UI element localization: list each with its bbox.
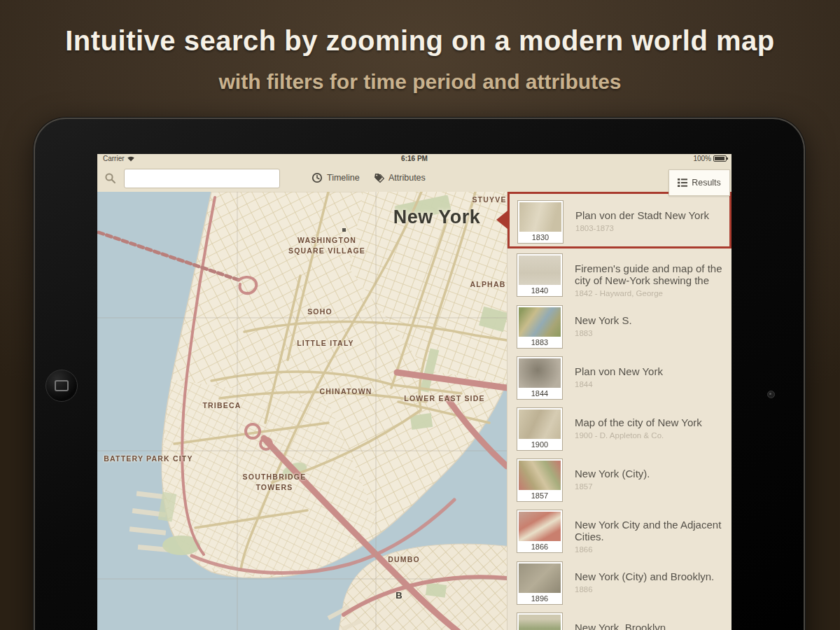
map-label-chinatown: CHINATOWN — [319, 387, 372, 396]
result-item[interactable]: 1883 New York S. 1883 — [507, 300, 732, 351]
tags-icon — [372, 173, 384, 183]
clock-time: 6:16 PM — [97, 155, 732, 162]
thumbnail-year-label: 1896 — [519, 593, 561, 604]
thumbnail-year-label: 1844 — [519, 388, 561, 399]
result-text: New York, Brooklyn. — [575, 612, 668, 630]
result-text: Plan von New York 1844 — [575, 356, 663, 400]
battery-percent: 100% — [693, 155, 711, 162]
result-thumbnail: 1866 — [517, 510, 563, 553]
result-subtitle: 1886 — [575, 585, 714, 594]
timeline-button[interactable]: Timeline — [312, 164, 360, 192]
result-item[interactable]: 1896 New York (City) and Brooklyn. 1886 — [507, 556, 732, 608]
result-text: Plan von der Stadt New York 1803-1873 — [575, 200, 709, 244]
result-item[interactable]: 1900 Map of the city of New York 1900 - … — [507, 402, 732, 454]
result-thumbnail: 1883 — [517, 305, 563, 349]
result-title: Plan von der Stadt New York — [575, 209, 709, 221]
map-label-battery-park-city: BATTERY PARK CITY — [104, 454, 192, 463]
result-title: Map of the city of New York — [575, 416, 702, 428]
result-thumbnail: 1857 — [517, 458, 563, 502]
result-subtitle: 1883 — [575, 329, 632, 337]
result-title: Firemen's guide and map of the city of N… — [575, 262, 726, 286]
thumbnail-year-label: 1883 — [519, 337, 561, 348]
result-subtitle: 1900 - D. Appleton & Co. — [575, 431, 702, 440]
result-text: Firemen's guide and map of the city of N… — [575, 253, 726, 298]
thumbnail-year-label: 1840 — [519, 285, 561, 296]
result-text: New York S. 1883 — [575, 304, 632, 349]
thumbnail-year-label: 1900 — [519, 439, 561, 450]
result-subtitle: 1803-1873 — [575, 224, 709, 232]
result-item[interactable]: 1844 Plan von New York 1844 — [507, 351, 732, 402]
result-item[interactable]: 1857 New York (City). 1857 — [507, 454, 732, 505]
ipad-frame: Carrier 6:16 PM 100% — [34, 118, 805, 630]
thumbnail-year-label: 1866 — [519, 541, 561, 552]
thumbnail-map-image — [519, 615, 561, 630]
map-label-southbridge-towers: SOUTHBRIDGE TOWERS — [243, 472, 307, 493]
result-item[interactable]: 1840 Firemen's guide and map of the city… — [507, 248, 732, 300]
thumbnail-map-image — [519, 564, 561, 593]
status-bar: Carrier 6:16 PM 100% — [97, 154, 732, 164]
search-icon — [104, 172, 116, 184]
results-button[interactable]: Results — [668, 169, 730, 196]
results-list[interactable]: 1830 Plan von der Stadt New York 1803-18… — [507, 192, 732, 630]
page: Intuitive search by zooming on a modern … — [0, 0, 840, 630]
selected-result-pointer — [496, 211, 507, 229]
timeline-label: Timeline — [327, 173, 360, 183]
result-title: New York S. — [575, 314, 632, 326]
result-text: New York (City) and Brooklyn. 1886 — [575, 561, 714, 605]
thumbnail-year-label: 1857 — [519, 490, 561, 501]
attributes-label: Attributes — [388, 173, 426, 183]
clock-icon — [312, 172, 323, 183]
thumbnail-year-label: 1830 — [519, 232, 561, 243]
home-button-icon — [55, 380, 69, 391]
map-label-little-italy: LITTLE ITALY — [297, 339, 354, 347]
map-label-dumbo: DUMBO — [388, 555, 420, 564]
map-label-city: New York — [393, 206, 481, 228]
result-subtitle: 1842 - Hayward, George — [575, 289, 726, 298]
result-thumbnail — [517, 612, 563, 630]
thumbnail-map-image — [519, 307, 561, 337]
home-button[interactable] — [46, 370, 78, 402]
result-item[interactable]: 1866 New York City and the Adjacent Citi… — [507, 505, 732, 556]
results-sidebar: 1830 Plan von der Stadt New York 1803-18… — [507, 192, 732, 630]
result-thumbnail: 1840 — [517, 253, 563, 297]
map-label-alphabet-city: ALPHAB — [470, 280, 506, 288]
result-thumbnail: 1844 — [517, 356, 563, 400]
map-label-lower-east-side: LOWER EAST SIDE — [404, 394, 484, 402]
thumbnail-map-image — [519, 358, 561, 388]
map-label-washington-square-village: WASHINGTON SQUARE VILLAGE — [288, 235, 365, 256]
battery-icon — [713, 155, 727, 162]
result-item[interactable]: New York, Brooklyn. — [507, 608, 732, 630]
map-marker-square — [342, 228, 346, 232]
list-icon — [678, 178, 687, 187]
result-thumbnail: 1896 — [517, 561, 563, 605]
result-title: New York City and the Adjacent Cities. — [575, 519, 726, 542]
result-item[interactable]: 1830 Plan von der Stadt New York 1803-18… — [507, 192, 732, 248]
thumbnail-map-image — [519, 461, 561, 490]
map-label-tribeca: TRIBECA — [202, 401, 241, 410]
thumbnail-map-image — [519, 202, 561, 232]
app-screen: Carrier 6:16 PM 100% — [97, 154, 732, 630]
map-label-soho: SOHO — [307, 307, 332, 316]
search-input[interactable] — [124, 169, 280, 188]
result-thumbnail: 1830 — [517, 200, 564, 244]
result-subtitle: 1844 — [575, 380, 663, 388]
marketing-title: Intuitive search by zooming on a modern … — [0, 25, 840, 57]
marketing-subtitle: with filters for time period and attribu… — [0, 70, 840, 94]
camera-icon — [767, 391, 775, 398]
map-label-stuyvesant: STUYVE — [472, 195, 506, 204]
attributes-button[interactable]: Attributes — [372, 164, 426, 192]
result-title: Plan von New York — [575, 365, 663, 377]
result-title: New York, Brooklyn. — [575, 622, 668, 630]
thumbnail-map-image — [519, 255, 561, 285]
toolbar: Timeline Attributes — [97, 164, 732, 192]
result-text: New York City and the Adjacent Cities. 1… — [575, 509, 726, 554]
map-label-bridge-b: B — [396, 590, 402, 601]
thumbnail-map-image — [519, 410, 561, 439]
result-title: New York (City) and Brooklyn. — [575, 570, 714, 582]
result-text: New York (City). 1857 — [575, 458, 650, 502]
result-subtitle: 1866 — [575, 545, 726, 554]
thumbnail-map-image — [519, 512, 561, 541]
result-subtitle: 1857 — [575, 482, 650, 491]
result-title: New York (City). — [575, 468, 650, 479]
result-text: Map of the city of New York 1900 - D. Ap… — [575, 407, 702, 451]
